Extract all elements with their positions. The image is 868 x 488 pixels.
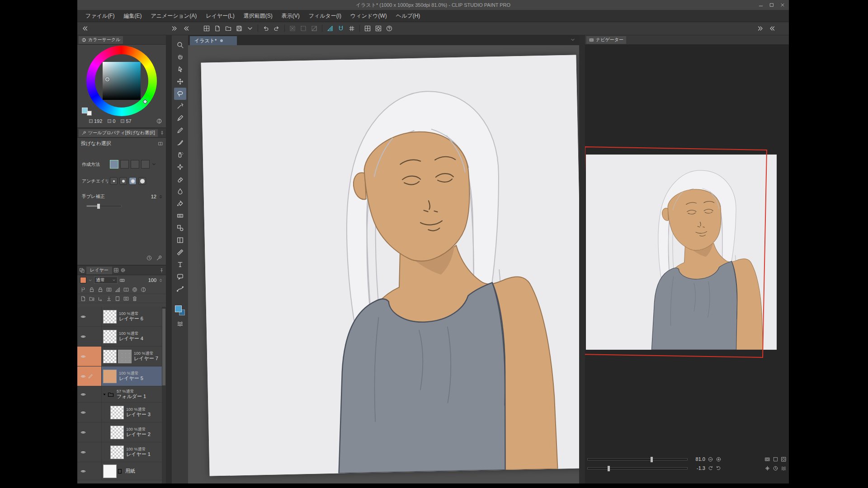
rotation-slider[interactable] xyxy=(587,467,688,469)
color-panel-tab[interactable]: カラーサークル xyxy=(79,36,123,44)
auto-select-tool[interactable] xyxy=(174,100,186,112)
navigator-thumbnail[interactable] xyxy=(586,155,777,350)
creation-method-dropdown[interactable] xyxy=(151,162,156,167)
stabilization-slider-handle[interactable] xyxy=(97,204,100,209)
zoom-out-button[interactable] xyxy=(708,456,713,462)
tool-strip-prev-button[interactable] xyxy=(170,23,180,34)
simple-mode-icon[interactable] xyxy=(177,320,184,327)
layer-visibility-toggle[interactable] xyxy=(80,373,86,380)
panel-divider-left[interactable] xyxy=(166,35,172,483)
layer-cmd-page-icon[interactable] xyxy=(114,296,121,302)
figure-tool[interactable] xyxy=(174,222,186,234)
navigator-tab[interactable]: ナビゲーター xyxy=(586,36,626,44)
zoom-in-button[interactable] xyxy=(716,456,722,462)
close-button[interactable] xyxy=(780,2,785,8)
menu-edit[interactable]: 編集(E) xyxy=(119,10,146,22)
snap-to-ruler-button[interactable] xyxy=(325,23,335,34)
save-file-button[interactable] xyxy=(234,23,245,34)
move-view-tool[interactable] xyxy=(174,51,186,63)
menu-file[interactable]: ファイル(F) xyxy=(81,10,119,22)
layer-thumbnail[interactable] xyxy=(103,370,117,383)
fit-to-window-button[interactable] xyxy=(764,456,770,462)
blend-mode-select[interactable]: 通常 xyxy=(94,277,118,284)
layer-visibility-toggle[interactable] xyxy=(80,429,86,436)
document-tab-close-icon[interactable] xyxy=(220,39,223,42)
balloon-tool[interactable] xyxy=(174,271,186,283)
decoration-tool[interactable] xyxy=(174,161,186,173)
canvas-viewport[interactable] xyxy=(188,45,579,483)
gradient-tool[interactable] xyxy=(174,210,186,222)
navigator-menu-icon[interactable] xyxy=(781,465,787,471)
text-tool[interactable] xyxy=(174,258,186,271)
layer-snap-ruler-icon[interactable] xyxy=(114,286,121,293)
layer-visibility-toggle[interactable] xyxy=(80,333,86,340)
show-grid-button[interactable] xyxy=(362,23,373,34)
tool-property-tab[interactable]: ツールプロパティ[投げなわ選択] xyxy=(79,129,158,137)
layer-mask-icon[interactable] xyxy=(106,286,112,293)
layer-clipping-icon[interactable] xyxy=(80,286,86,293)
snap-to-grid-button[interactable] xyxy=(346,23,357,34)
flip-horizontal-button[interactable] xyxy=(764,465,770,471)
menu-filter[interactable]: フィルター(I) xyxy=(304,10,346,22)
layer-cmd-merge-icon[interactable] xyxy=(106,296,112,302)
layer-cmd-transfer-icon[interactable] xyxy=(97,296,104,302)
layer-search-tab-icon[interactable] xyxy=(113,267,119,273)
layer-thumbnail[interactable] xyxy=(110,406,124,419)
menu-window[interactable]: ウィンドウ(W) xyxy=(346,10,392,22)
frame-border-tool[interactable] xyxy=(174,234,186,246)
ruler-tool[interactable] xyxy=(174,246,186,258)
layer-tab[interactable]: レイヤー xyxy=(86,267,112,274)
tool-detail-settings-icon[interactable] xyxy=(156,255,162,261)
layer-row[interactable]: 用紙 xyxy=(77,462,162,480)
rotation-slider-handle[interactable] xyxy=(608,466,610,471)
creation-new-button[interactable] xyxy=(110,160,118,169)
layer-row[interactable]: 100 %通常レイヤー 7 xyxy=(77,347,162,366)
antialias-none-button[interactable] xyxy=(110,177,118,185)
main-color-chip[interactable] xyxy=(82,108,88,113)
folder-expand-toggle[interactable] xyxy=(102,392,107,397)
layer-cmd-mask-icon[interactable] xyxy=(123,296,129,302)
layer-thumbnail[interactable] xyxy=(103,310,117,324)
open-material-button[interactable] xyxy=(373,23,384,34)
maximize-button[interactable] xyxy=(769,2,774,8)
layer-lock-icon[interactable] xyxy=(97,286,104,293)
help-button[interactable] xyxy=(384,23,395,34)
panel-divider-right[interactable] xyxy=(579,35,585,483)
creation-add-button[interactable] xyxy=(120,160,129,169)
selection-lasso-tool[interactable] xyxy=(174,88,186,100)
operate-tool[interactable] xyxy=(174,63,186,75)
correct-line-tool[interactable] xyxy=(174,283,186,295)
antialias-middle-button[interactable] xyxy=(129,177,137,185)
layer-thumbnail[interactable] xyxy=(103,350,117,363)
layer-thumbnail[interactable] xyxy=(103,465,117,478)
tool-property-menu-icon[interactable] xyxy=(158,141,163,146)
pen-tool[interactable] xyxy=(174,112,186,124)
saturation-value-picker[interactable] xyxy=(103,62,141,100)
save-options-dropdown-button[interactable] xyxy=(245,23,255,34)
layer-two-pane-icon[interactable] xyxy=(123,286,129,293)
layer-visibility-toggle[interactable] xyxy=(80,409,86,416)
layer-property-tab-icon[interactable] xyxy=(120,267,126,273)
layer-cmd-new-file-icon[interactable] xyxy=(80,296,86,302)
opacity-stepper[interactable] xyxy=(158,278,163,283)
reset-rotation-button[interactable] xyxy=(773,465,778,471)
airbrush-tool[interactable] xyxy=(174,149,186,161)
layer-list-scrollbar[interactable] xyxy=(162,307,166,483)
layer-row[interactable]: 100 %通常レイヤー 3 xyxy=(77,403,162,422)
layer-cmd-new-folder-icon[interactable] xyxy=(89,296,95,302)
layer-row[interactable]: 100 %通常レイヤー 4 xyxy=(77,327,162,347)
hide-left-panels-button[interactable] xyxy=(79,23,90,34)
actual-size-button[interactable] xyxy=(773,456,778,462)
pin-icon[interactable] xyxy=(160,131,165,136)
layer-half-icon[interactable] xyxy=(140,286,146,293)
color-mode-toggle[interactable] xyxy=(156,118,162,124)
minimize-button[interactable] xyxy=(758,2,764,8)
sv-marker[interactable] xyxy=(105,77,109,81)
layer-visibility-toggle[interactable] xyxy=(80,468,86,474)
layers-icon[interactable] xyxy=(79,267,85,273)
document-list-dropdown[interactable] xyxy=(570,37,576,42)
layer-visibility-toggle[interactable] xyxy=(80,353,86,360)
layer-panel-pin-icon[interactable] xyxy=(159,268,164,273)
layer-thumbnail[interactable] xyxy=(110,426,124,439)
brush-tool[interactable] xyxy=(174,136,186,149)
